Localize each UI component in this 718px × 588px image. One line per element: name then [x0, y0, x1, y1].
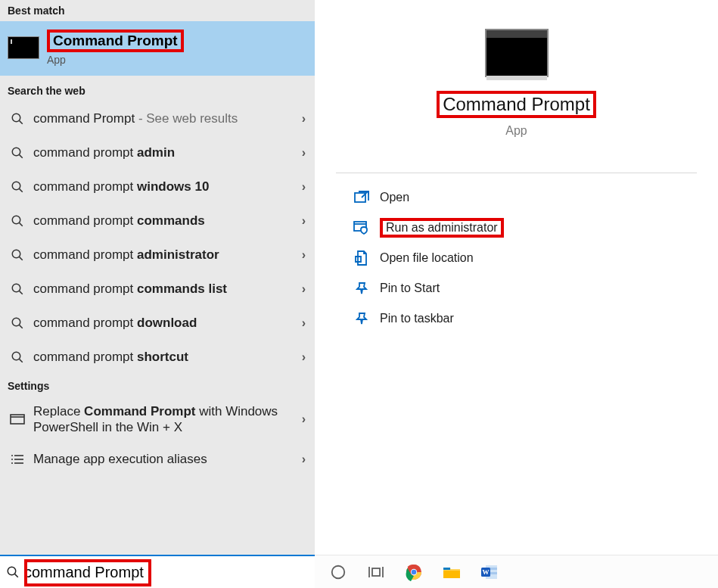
- web-result[interactable]: command prompt download›: [0, 306, 315, 340]
- svg-point-0: [12, 114, 20, 122]
- web-result-label: command prompt admin: [33, 145, 292, 160]
- chevron-right-icon: ›: [292, 248, 306, 262]
- svg-rect-24: [355, 193, 365, 202]
- web-result-label: command prompt windows 10: [33, 179, 292, 194]
- details-panel: Command Prompt App OpenRun as administra…: [315, 0, 718, 555]
- svg-rect-16: [11, 415, 24, 424]
- action-folder[interactable]: Open file location: [351, 243, 712, 273]
- svg-line-7: [20, 222, 23, 226]
- chevron-right-icon: ›: [292, 214, 306, 228]
- settings-list: Replace Command Prompt with Windows Powe…: [0, 397, 315, 476]
- web-result[interactable]: command prompt admin›: [0, 135, 315, 170]
- svg-rect-37: [443, 571, 460, 578]
- action-label: Open file location: [380, 251, 474, 265]
- svg-point-29: [332, 565, 345, 578]
- web-result-label: command prompt administrator: [33, 247, 292, 263]
- web-result[interactable]: command prompt windows 10›: [0, 170, 315, 204]
- web-results-list: command Prompt - See web results›command…: [0, 101, 315, 374]
- search-icon: [9, 146, 26, 160]
- web-result[interactable]: command prompt commands›: [0, 204, 315, 238]
- action-open[interactable]: Open: [351, 182, 712, 213]
- chevron-right-icon: ›: [292, 146, 306, 160]
- web-result-label: command prompt commands list: [33, 281, 292, 297]
- action-pin-start[interactable]: Pin to Start: [351, 273, 712, 303]
- search-icon: [9, 214, 26, 228]
- search-results-panel: Best match Command Prompt App Search the…: [0, 0, 315, 555]
- chevron-right-icon: ›: [292, 412, 306, 426]
- pin-start-icon: [351, 282, 372, 295]
- search-icon: [9, 180, 26, 194]
- svg-point-4: [12, 182, 20, 190]
- svg-point-8: [12, 250, 20, 258]
- svg-rect-38: [443, 568, 450, 570]
- svg-line-13: [20, 325, 23, 328]
- svg-point-6: [12, 216, 20, 224]
- svg-line-11: [20, 291, 23, 294]
- chevron-right-icon: ›: [292, 282, 306, 296]
- search-icon: [6, 565, 20, 579]
- web-result[interactable]: command Prompt - See web results›: [0, 101, 315, 135]
- web-result[interactable]: command prompt commands list›: [0, 272, 315, 306]
- cortana-icon[interactable]: [328, 562, 348, 582]
- pin-taskbar-icon: [351, 312, 372, 325]
- task-view-icon[interactable]: [366, 562, 386, 582]
- command-prompt-large-icon: [485, 29, 549, 77]
- action-admin[interactable]: Run as administrator: [351, 213, 712, 243]
- chrome-icon[interactable]: [404, 562, 424, 582]
- action-label: Run as administrator: [380, 218, 504, 238]
- search-icon: [9, 112, 26, 126]
- web-result-label: command Prompt - See web results: [33, 110, 292, 126]
- svg-text:W: W: [483, 568, 490, 576]
- chevron-right-icon: ›: [292, 453, 306, 466]
- command-prompt-icon: [8, 36, 39, 59]
- admin-icon: [351, 221, 372, 235]
- svg-point-10: [12, 284, 20, 292]
- svg-point-12: [12, 318, 20, 326]
- svg-line-1: [20, 120, 23, 123]
- web-result-label: command prompt download: [33, 315, 292, 331]
- window-icon: [9, 414, 26, 425]
- web-result[interactable]: command prompt shortcut›: [0, 340, 315, 374]
- chevron-right-icon: ›: [292, 180, 306, 194]
- search-icon: [9, 350, 26, 364]
- settings-item[interactable]: Manage app execution aliases›: [0, 442, 315, 476]
- file-explorer-icon[interactable]: [442, 562, 462, 582]
- web-result-label: command prompt commands: [33, 213, 292, 229]
- action-pin-taskbar[interactable]: Pin to taskbar: [351, 303, 712, 334]
- search-input[interactable]: [24, 564, 309, 581]
- action-label: Pin to Start: [380, 282, 440, 295]
- settings-item[interactable]: Replace Command Prompt with Windows Powe…: [0, 397, 315, 442]
- svg-point-14: [12, 352, 20, 360]
- details-title: Command Prompt: [437, 91, 596, 118]
- svg-rect-32: [372, 568, 380, 576]
- svg-line-5: [20, 188, 23, 191]
- open-icon: [351, 191, 372, 204]
- svg-line-28: [15, 574, 18, 577]
- settings-header: Settings: [0, 374, 315, 397]
- word-icon[interactable]: W: [480, 562, 499, 582]
- best-match-header: Best match: [0, 0, 315, 21]
- svg-point-2: [12, 148, 20, 156]
- best-match-item[interactable]: Command Prompt App: [0, 21, 315, 76]
- chevron-right-icon: ›: [292, 112, 306, 126]
- search-icon: [9, 248, 26, 262]
- search-bar[interactable]: [0, 555, 315, 588]
- search-icon: [9, 316, 26, 330]
- best-match-subtitle: App: [47, 54, 184, 66]
- details-subtitle: App: [315, 124, 718, 138]
- settings-item-label: Replace Command Prompt with Windows Powe…: [33, 403, 292, 436]
- action-label: Open: [380, 191, 409, 204]
- svg-point-27: [8, 567, 16, 575]
- divider: [336, 173, 697, 173]
- settings-item-label: Manage app execution aliases: [33, 451, 292, 467]
- actions-list: OpenRun as administratorOpen file locati…: [315, 179, 718, 334]
- web-result[interactable]: command prompt administrator›: [0, 238, 315, 272]
- search-web-header: Search the web: [0, 76, 315, 101]
- svg-line-3: [20, 154, 23, 157]
- chevron-right-icon: ›: [292, 350, 306, 364]
- folder-icon: [351, 250, 372, 266]
- svg-point-36: [412, 569, 417, 574]
- action-label: Pin to taskbar: [380, 312, 454, 325]
- taskbar: W: [315, 555, 718, 588]
- chevron-right-icon: ›: [292, 316, 306, 330]
